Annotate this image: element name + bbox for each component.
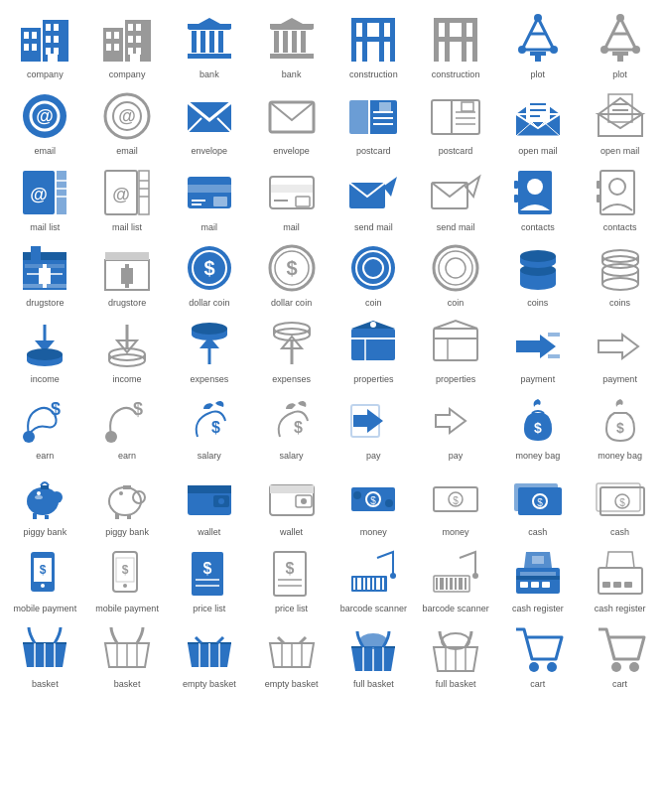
svg-rect-117 [139,171,149,214]
icon-salary-gray: $ salary [250,389,332,466]
svg-point-196 [192,323,227,335]
icon-empty-basket-gray: empty basket [250,617,332,694]
svg-text:$: $ [534,420,542,436]
svg-rect-50 [439,18,472,23]
icon-cart-blue: cart [497,617,580,694]
icon-plot-blue: plot [497,8,580,84]
svg-rect-12 [48,54,58,62]
svg-text:$: $ [211,419,220,436]
svg-rect-210 [548,333,560,337]
svg-point-61 [518,46,526,54]
icon-label: expenses [191,374,229,385]
svg-point-62 [550,46,558,54]
svg-text:$: $ [371,495,377,506]
icon-contacts-blue: contacts [497,161,580,237]
icon-earn-gray: $ earn [86,389,169,466]
icon-label: open mail [518,146,557,157]
icon-price-list-gray: $ price list [250,542,332,618]
svg-point-215 [105,431,117,443]
svg-rect-292 [465,578,466,590]
icon-pay-gray: pay [415,389,497,466]
icon-label: money bag [516,451,561,462]
icon-label: barcode scanner [340,604,407,614]
svg-rect-280 [367,578,370,590]
svg-rect-19 [128,24,133,31]
icon-money-bag-gray: $ money bag [579,389,661,466]
icon-label: cash register [512,604,564,614]
icon-send-mail-blue: send mail [332,161,415,237]
icon-coins-gray: coins [579,236,661,313]
icon-drugstore-gray: drugstore [86,236,169,313]
svg-point-225 [37,491,41,495]
icon-send-mail-gray: send mail [415,161,497,237]
svg-point-70 [600,46,608,54]
icon-label: wallet [198,527,220,538]
svg-rect-145 [31,246,41,260]
icon-mobile-payment-gray: $ mobile payment [86,542,169,618]
svg-rect-72 [612,52,628,56]
svg-point-160 [351,246,395,290]
svg-text:$: $ [537,497,543,508]
icon-label: basket [114,679,141,690]
svg-rect-281 [372,578,374,590]
icon-money-gray: $ money [415,466,497,542]
icon-label: price list [193,604,225,614]
icon-construction-gray: construction [415,8,497,84]
icon-email-gray: @ email [86,84,169,161]
svg-rect-22 [136,36,141,43]
icon-label: send mail [354,222,393,233]
svg-rect-125 [213,197,227,206]
svg-rect-49 [472,18,477,62]
svg-rect-63 [530,52,546,56]
icon-bank-blue: bank [169,8,251,84]
svg-rect-4 [24,44,29,51]
svg-point-60 [534,14,542,22]
svg-text:$: $ [294,419,303,436]
icon-label: money [360,527,387,538]
icon-label: salary [280,451,304,462]
svg-rect-129 [296,197,310,206]
icon-mail-blue: mail [169,161,251,237]
svg-rect-303 [613,582,621,588]
svg-rect-143 [23,252,66,260]
svg-point-135 [527,179,543,195]
svg-rect-36 [292,31,297,53]
icon-label: contacts [603,222,637,233]
icon-pay-blue: pay [332,389,415,466]
svg-rect-301 [598,568,642,594]
svg-rect-291 [459,578,463,590]
icon-label: pay [449,451,464,462]
svg-rect-2 [24,32,29,39]
icon-piggy-bank-gray: piggy bank [86,466,169,542]
icon-cart-gray: cart [579,617,661,694]
svg-rect-8 [46,36,51,43]
svg-text:$: $ [285,560,294,577]
icon-expenses-blue: expenses [169,313,251,389]
icon-dollar-coin-blue: $ dollar coin [169,236,251,313]
svg-rect-37 [301,31,306,53]
svg-rect-283 [382,578,384,590]
icon-envelope-blue: envelope [169,84,251,161]
icon-company-gray: company [86,8,169,84]
svg-rect-295 [516,576,560,580]
icon-cash-register-blue: cash register [497,542,580,618]
svg-rect-32 [188,24,231,29]
icon-income-blue: income [4,313,86,389]
icon-label: payment [521,374,556,385]
icon-label: properties [436,374,475,385]
svg-rect-43 [356,37,390,42]
icon-label: income [31,374,60,385]
icon-label: plot [531,69,546,80]
icon-expenses-gray: expenses [250,313,332,389]
svg-text:$: $ [133,399,143,419]
icon-label: cash [528,527,547,538]
icon-open-mail-gray: open mail [579,84,661,161]
icon-label: mail list [30,222,60,233]
svg-rect-5 [32,44,37,51]
icon-company-blue: company [4,8,86,84]
svg-rect-44 [362,23,367,37]
icon-label: coins [527,298,548,309]
svg-text:$: $ [203,257,214,279]
svg-rect-39 [270,24,314,29]
svg-point-165 [446,258,466,278]
